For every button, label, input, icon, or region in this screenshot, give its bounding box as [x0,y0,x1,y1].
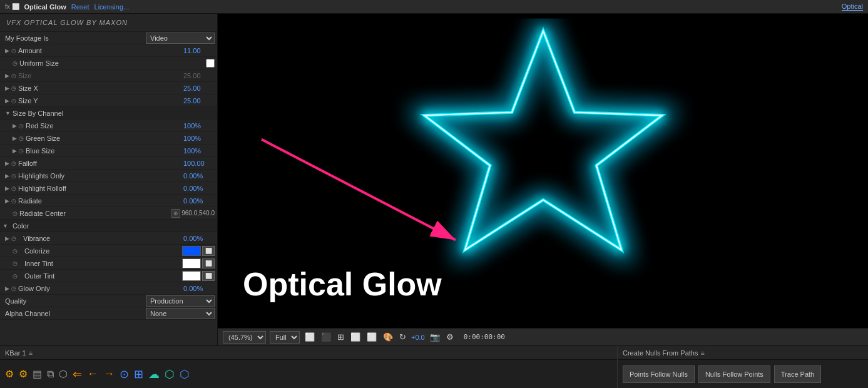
kbar-menu-icon[interactable]: ≡ [29,349,33,357]
size-x-expand[interactable]: ▶ [5,85,9,91]
outer-tint-swatch[interactable] [182,271,201,281]
red-size-row: ▶ ◷ Red Size 100% [0,120,217,132]
alpha-channel-select[interactable]: None [146,308,215,319]
gear-icon-1[interactable]: ⚙ [5,368,14,380]
inner-tint-btn[interactable]: ⬜ [202,258,215,268]
green-size-label: Green Size [26,135,183,142]
size-y-value[interactable]: 25.00 [183,97,215,105]
size-value[interactable]: 25.00 [183,72,215,79]
region-icon[interactable]: ⬛ [320,331,332,343]
kbar-panel: KBar 1 ≡ ⚙ ⚙ ▤ ⧉ ⬡ ⇐ ← → ⊙ ⊞ ☁ ⬡ ⬡ [0,346,618,388]
size-x-value[interactable]: 25.00 [183,84,215,92]
highlight-rolloff-row: ▶ ◷ Highlight Rolloff 0.00% [0,182,217,195]
color-label: Color [13,222,29,230]
falloff-expand[interactable]: ▶ [5,160,9,166]
size-clock: ◷ [11,73,16,79]
inner-tint-swatch[interactable] [182,258,201,268]
circle-dots-icon[interactable]: ⊙ [120,367,129,381]
quality-select[interactable]: Production [146,295,215,307]
inner-tint-row: ◷ Inner Tint ⬜ [0,257,217,270]
size-by-channel-expand[interactable]: ▼ [5,110,11,116]
color-expand[interactable]: ▼ [3,223,8,229]
hex-icon[interactable]: ⬡ [165,367,175,381]
radiate-expand[interactable]: ▶ [5,198,9,204]
amount-row: ▶ ◷ Amount 11.00 [0,44,217,57]
outer-tint-btn[interactable]: ⬜ [202,271,215,281]
arrow-left[interactable]: ← [87,367,98,380]
timecode: 0:00:00:00 [464,333,505,341]
falloff-value[interactable]: 100.00 [183,160,215,167]
points-follow-nulls-button[interactable]: Points Follow Nulls [623,365,695,383]
gear-icon-2[interactable]: ⚙ [19,368,28,380]
my-footage-is-select[interactable]: Video [146,33,215,44]
kbar-label: KBar 1 [5,349,26,357]
vibrance-expand[interactable]: ▶ [5,235,9,242]
highlight-rolloff-clock: ◷ [11,185,16,191]
fit-icon[interactable]: ⬜ [304,331,316,343]
glow-only-value[interactable]: 0.00% [183,285,215,292]
quality-select-preview[interactable]: Full [270,331,300,344]
mask-icon[interactable]: ⬜ [349,331,362,343]
color-icon[interactable]: 🎨 [382,331,394,343]
falloff-clock: ◷ [11,160,16,166]
my-footage-is-row: My Footage Is Video [0,32,217,44]
optical-tab[interactable]: Optical [842,3,863,11]
amount-clock: ◷ [11,48,16,54]
licensing-button[interactable]: Licensing... [94,3,130,11]
table-icon[interactable]: ▤ [33,368,42,380]
reset-button[interactable]: Reset [71,3,89,11]
cube-icon[interactable]: ⬡ [180,367,190,381]
arrow-left-double[interactable]: ⇐ [73,367,82,381]
blue-size-value[interactable]: 100% [183,147,215,155]
channel-icon[interactable]: ⬜ [365,331,378,343]
blue-size-clock: ◷ [19,148,24,154]
settings-icon[interactable]: ⚙ [445,331,455,343]
shape-icon[interactable]: ⬡ [59,368,68,380]
size-y-expand[interactable]: ▶ [5,98,9,104]
grid-dots-icon[interactable]: ⊞ [134,367,143,381]
crosshair-icon: ⊕ [171,209,180,218]
highlight-rolloff-value[interactable]: 0.00% [183,185,215,192]
size-x-row: ▶ ◷ Size X 25.00 [0,82,217,94]
snapshot-icon[interactable]: 📷 [429,331,441,343]
arrow-right[interactable]: → [103,367,115,380]
green-size-clock: ◷ [19,135,24,141]
colorize-row: ◷ Colorize ⬜ [0,245,217,257]
red-size-expand[interactable]: ▶ [13,123,17,129]
cloud-icon[interactable]: ☁ [148,367,160,381]
glow-only-expand[interactable]: ▶ [5,285,9,292]
grid-icon[interactable]: ⊞ [336,331,345,343]
uniform-size-row: ◷ Uniform Size [0,57,217,69]
amount-value[interactable]: 11.00 [183,47,215,54]
radiate-center-value[interactable]: ⊕ 960.0,540.0 [171,209,215,218]
main-area: VFX OPTICAL GLOW BY MAXON My Footage Is … [0,14,868,345]
zoom-select[interactable]: (45.7%) [223,331,266,344]
glow-only-label: Glow Only [18,285,183,292]
vibrance-value[interactable]: 0.00% [183,235,215,242]
red-size-value[interactable]: 100% [183,122,215,130]
colorize-swatch[interactable] [182,246,201,256]
outer-tint-row: ◷ Outer Tint ⬜ [0,270,217,282]
create-nulls-menu-icon[interactable]: ≡ [700,349,704,357]
size-by-channel-label: Size By Channel [13,110,215,117]
vibrance-label: Vibrance [18,235,183,242]
radiate-value[interactable]: 0.00% [183,197,215,205]
blue-size-expand[interactable]: ▶ [13,148,17,154]
highlights-only-expand[interactable]: ▶ [5,173,9,179]
green-size-value[interactable]: 100% [183,135,215,142]
inner-tint-clock: ◷ [13,260,18,267]
colorize-btn[interactable]: ⬜ [202,246,215,256]
amount-expand[interactable]: ▶ [5,48,9,54]
trace-path-button[interactable]: Trace Path [774,365,821,383]
size-expand[interactable]: ▶ [5,73,9,79]
uniform-size-checkbox[interactable] [206,59,215,68]
create-nulls-header: Create Nulls From Paths ≡ [618,346,868,360]
preview-area: Optical Glow (45.7%) Full ⬜ ⬛ ⊞ [218,14,868,345]
nulls-follow-points-button[interactable]: Nulls Follow Points [698,365,770,383]
colorize-label: Colorize [19,247,182,255]
highlight-rolloff-expand[interactable]: ▶ [5,185,9,191]
copy-icon[interactable]: ⧉ [47,369,54,380]
refresh-icon[interactable]: ↻ [398,331,407,343]
highlights-only-value[interactable]: 0.00% [183,172,215,180]
green-size-expand[interactable]: ▶ [13,135,17,141]
